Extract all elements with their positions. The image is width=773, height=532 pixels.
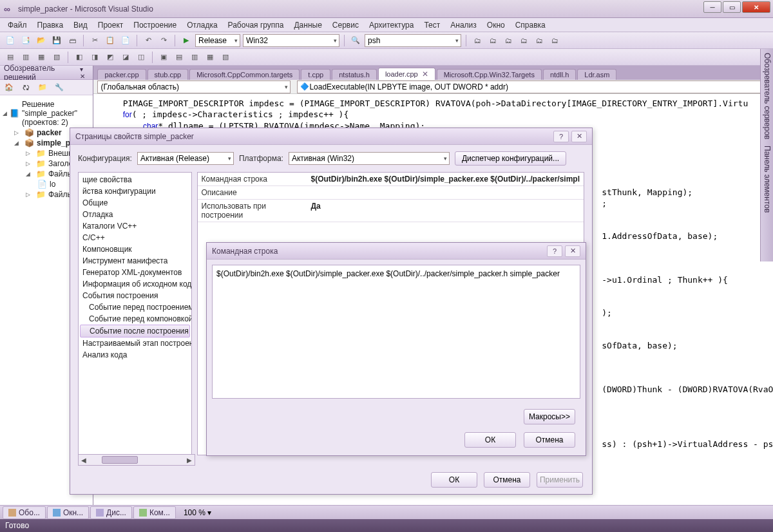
open-icon[interactable]: 📂 <box>35 34 48 47</box>
sol-properties-icon[interactable]: 🔧 <box>53 81 66 94</box>
sec-icon-6[interactable]: ◨ <box>88 51 101 64</box>
menu-analyze[interactable]: Анализ <box>446 19 481 31</box>
folder-extern[interactable]: Внешн <box>48 149 73 158</box>
tool-f-icon[interactable]: 🗂 <box>548 34 561 47</box>
dlg2-ok-button[interactable]: ОК <box>464 432 516 448</box>
menu-help[interactable]: Справка <box>511 19 549 31</box>
proptree-item-13[interactable]: Событие после построения <box>80 325 190 337</box>
menu-data[interactable]: Данные <box>290 19 325 31</box>
platform-select[interactable]: Активная (Win32) <box>289 152 450 165</box>
sec-icon-13[interactable]: ▦ <box>204 51 216 64</box>
proptree-item-12[interactable]: Событие перед компоновкой <box>80 313 190 325</box>
prop-value[interactable]: Да <box>307 200 584 222</box>
close-button[interactable]: ✕ <box>742 1 770 13</box>
menu-arch[interactable]: Архитектура <box>365 19 418 31</box>
menu-file[interactable]: Файл <box>4 19 31 31</box>
folder-files2[interactable]: Файль <box>48 190 72 199</box>
proptree-item-10[interactable]: События построения <box>80 290 190 301</box>
sec-icon-11[interactable]: ▤ <box>173 51 186 64</box>
proptree-item-2[interactable]: Общие <box>80 197 190 209</box>
proptree-item-5[interactable]: C/C++ <box>80 232 190 243</box>
dlg1-close-icon[interactable]: ✕ <box>571 131 587 142</box>
sec-icon-2[interactable]: ▥ <box>19 51 32 64</box>
proptree-item-15[interactable]: Анализ кода <box>80 349 190 361</box>
doc-tab-Microsoft-CppCommon-targets[interactable]: Microsoft.CppCommon.targets <box>189 69 300 80</box>
prop-row-1[interactable]: Описание <box>198 186 584 200</box>
dlg1-apply-button[interactable]: Применить <box>537 472 583 488</box>
menu-project[interactable]: Проект <box>94 19 128 31</box>
sec-icon-5[interactable]: ◧ <box>73 51 86 64</box>
doc-tab-ntstatus-h[interactable]: ntstatus.h <box>332 69 377 80</box>
menu-build[interactable]: Построение <box>129 19 180 31</box>
sol-showall-icon[interactable]: 📁 <box>36 81 49 94</box>
proptree-item-3[interactable]: Отладка <box>80 209 190 220</box>
sol-refresh-icon[interactable]: 🗘 <box>19 81 32 94</box>
cut-icon[interactable]: ✂ <box>88 34 101 47</box>
dlg2-close-icon[interactable]: ✕ <box>565 245 580 257</box>
sec-icon-14[interactable]: ▧ <box>219 51 232 64</box>
doc-tab-ntdll-h[interactable]: ntdll.h <box>543 69 576 80</box>
pane-menu-icon[interactable]: ▾ ✕ <box>80 66 89 80</box>
config-manager-button[interactable]: Диспетчер конфигураций... <box>455 151 566 166</box>
tool-e-icon[interactable]: 🗂 <box>533 34 546 47</box>
redo-icon[interactable]: ↷ <box>157 34 170 47</box>
sec-icon-1[interactable]: ▤ <box>4 51 17 64</box>
proptree-item-14[interactable]: Настраиваемый этап построения <box>80 337 190 349</box>
dlg1-help-icon[interactable]: ? <box>553 131 569 142</box>
doc-tab-stub-cpp[interactable]: stub.cpp <box>148 69 189 80</box>
sol-home-icon[interactable]: 🏠 <box>3 81 15 94</box>
doc-tab-packer-cpp[interactable]: packer.cpp <box>97 69 146 80</box>
zoom-level[interactable]: 100 % ▾ <box>184 508 211 517</box>
doc-tab-loader-cpp[interactable]: loader.cpp✕ <box>378 68 435 80</box>
proptree-item-8[interactable]: Генератор XML-документов <box>80 267 190 278</box>
menu-window[interactable]: Окно <box>483 19 509 31</box>
prop-value[interactable] <box>307 186 584 199</box>
proptree-item-6[interactable]: Компоновщик <box>80 243 190 255</box>
tool-d-icon[interactable]: 🗂 <box>517 34 530 47</box>
commandline-textarea[interactable]: $(OutDir)/bin2h.exe $(OutDir)/simple_pac… <box>212 265 580 399</box>
minimize-button[interactable]: ─ <box>703 1 721 13</box>
tool-a-icon[interactable]: 🗂 <box>471 34 484 47</box>
solution-root[interactable]: Решение "simple_packer" (проектов: 2) <box>22 100 90 127</box>
find-icon[interactable]: 🔍 <box>349 34 362 47</box>
bottom-tab-0[interactable]: Обо... <box>3 506 46 519</box>
scope-combo[interactable]: (Глобальная область) <box>97 81 291 93</box>
macros-button[interactable]: Макросы>> <box>524 409 575 424</box>
save-all-icon[interactable]: 🗃 <box>66 34 79 47</box>
dlg1-ok-button[interactable]: ОК <box>431 472 477 488</box>
proptree-item-11[interactable]: Событие перед построением <box>80 301 190 313</box>
proptree-item-0[interactable]: щие свойства <box>80 174 190 185</box>
menu-debug[interactable]: Отладка <box>183 19 221 31</box>
member-combo[interactable]: 🔷 LoadExecutable(IN LPBYTE image, OUT DW… <box>297 81 773 93</box>
maximize-button[interactable]: ▭ <box>723 1 741 13</box>
dlg1-cancel-button[interactable]: Отмена <box>484 472 530 488</box>
paste-icon[interactable]: 📄 <box>119 34 132 47</box>
bottom-tab-1[interactable]: Окн... <box>47 506 89 519</box>
sec-icon-12[interactable]: ▥ <box>188 51 201 64</box>
tool-b-icon[interactable]: 🗂 <box>486 34 499 47</box>
file-lo[interactable]: lo <box>50 180 55 189</box>
menu-edit[interactable]: Правка <box>33 19 68 31</box>
sec-icon-7[interactable]: ◩ <box>104 51 117 64</box>
folder-files1[interactable]: Файль <box>48 169 72 178</box>
project-packer[interactable]: packer <box>37 128 62 137</box>
prop-row-2[interactable]: Использовать при построенииДа <box>198 200 584 222</box>
doc-tab-Ldr-asm[interactable]: Ldr.asm <box>577 69 616 80</box>
doc-tab-Microsoft-Cpp-Win32-Targets[interactable]: Microsoft.Cpp.Win32.Targets <box>437 69 542 80</box>
start-debug-icon[interactable] <box>180 34 193 47</box>
dlg2-help-icon[interactable]: ? <box>547 245 562 257</box>
toolbox-tab[interactable]: Панель элементов <box>762 146 772 213</box>
tree-hscrollbar[interactable]: ◀▶ <box>78 454 195 466</box>
undo-icon[interactable]: ↶ <box>142 34 155 47</box>
sec-icon-8[interactable]: ◪ <box>119 51 132 64</box>
close-tab-icon[interactable]: ✕ <box>422 70 428 79</box>
config-combo[interactable]: Release <box>195 34 240 47</box>
prop-value[interactable]: $(OutDir)/bin2h.exe $(OutDir)/simple_pac… <box>307 173 584 185</box>
bottom-tab-3[interactable]: Ком... <box>133 506 176 519</box>
bottom-tab-2[interactable]: Дис... <box>90 506 132 519</box>
menu-team[interactable]: Рабочая группа <box>224 19 288 31</box>
proptree-item-9[interactable]: Информация об исходном коде <box>80 278 190 290</box>
sec-icon-9[interactable]: ◫ <box>135 51 148 64</box>
config-select[interactable]: Активная (Release) <box>137 152 234 165</box>
sec-icon-3[interactable]: ▦ <box>35 51 48 64</box>
